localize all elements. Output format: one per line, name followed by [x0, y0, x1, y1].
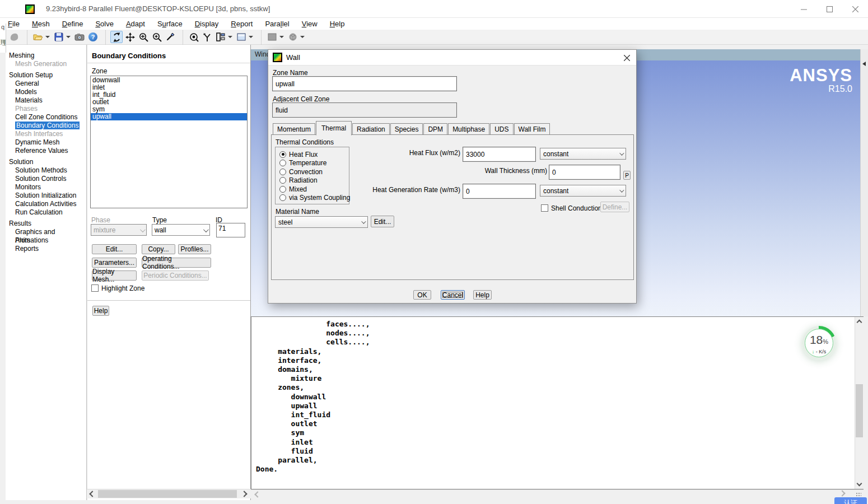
menu-file[interactable]: File — [8, 20, 20, 28]
scroll-left-icon[interactable] — [89, 491, 95, 497]
tab-species[interactable]: Species — [390, 123, 423, 135]
zone-item-upwall-selected[interactable]: upwall — [91, 113, 247, 120]
shell-conduction-checkbox[interactable] — [541, 204, 548, 212]
zoom-to-area-button[interactable] — [151, 31, 163, 43]
radio-via-system-coupling[interactable]: via System Coupling — [276, 194, 349, 203]
scroll-down-icon[interactable] — [857, 481, 862, 487]
heat-generation-input[interactable] — [463, 184, 536, 199]
tree-item-solution-methods[interactable]: Solution Methods — [6, 166, 86, 175]
menu-solve[interactable]: Solve — [95, 20, 114, 28]
menu-report[interactable]: Report — [231, 20, 253, 28]
zone-item-downwall[interactable]: downwall — [91, 77, 247, 84]
tree-item-graphics-animations[interactable]: Graphics and Animations — [6, 228, 86, 236]
console-hscrollbar[interactable] — [251, 489, 864, 499]
scroll-left-icon[interactable] — [254, 491, 260, 497]
console-vscroll-thumb[interactable] — [856, 384, 863, 437]
tree-section-solution[interactable]: Solution — [6, 158, 86, 166]
viewport-dropdown-icon[interactable] — [249, 36, 253, 38]
wall-thickness-input[interactable] — [549, 165, 620, 180]
tree-item-reference-values[interactable]: Reference Values — [6, 147, 86, 155]
copy-button[interactable]: Copy... — [142, 244, 175, 254]
menu-display[interactable]: Display — [195, 20, 219, 28]
radio-radiation[interactable]: Radiation — [276, 176, 349, 185]
highlight-zone-checkbox[interactable] — [91, 284, 99, 292]
material-combo[interactable]: steel — [275, 216, 368, 228]
menu-help[interactable]: Help — [330, 20, 345, 28]
dialog-help-button[interactable]: Help — [473, 290, 492, 300]
menu-define[interactable]: Define — [62, 20, 83, 28]
tree-item-reports[interactable]: Reports — [6, 245, 86, 253]
surface-fill-dropdown-icon[interactable] — [279, 36, 284, 38]
radio-convection[interactable]: Convection — [276, 167, 349, 176]
surface-fill-button[interactable] — [266, 31, 278, 43]
probe-button[interactable] — [164, 31, 176, 43]
tree-item-models[interactable]: Models — [6, 88, 86, 96]
edit-button[interactable]: Edit... — [92, 244, 137, 254]
tree-item-cell-zone-conditions[interactable]: Cell Zone Conditions — [6, 113, 86, 122]
download-progress-overlay[interactable]: 18% ↓ - K/s — [802, 326, 836, 360]
dialog-close-button[interactable] — [620, 52, 633, 63]
tab-uds[interactable]: UDS — [490, 123, 513, 135]
display-mesh-toolbar-button[interactable] — [188, 31, 200, 43]
zone-listbox[interactable]: downwall inlet int_fluid outlet sym upwa… — [90, 76, 248, 208]
help-button-toolbar[interactable]: ? — [87, 31, 99, 43]
layout-button[interactable] — [214, 31, 227, 43]
menu-mesh[interactable]: Mesh — [32, 20, 50, 28]
mesh-blob-button[interactable] — [8, 31, 21, 43]
tree-section-solution-setup[interactable]: Solution Setup — [6, 71, 86, 80]
tree-item-run-calculation[interactable]: Run Calculation — [6, 208, 86, 217]
scroll-up-icon[interactable] — [857, 320, 862, 325]
open-file-button[interactable] — [32, 31, 44, 43]
tree-item-monitors[interactable]: Monitors — [6, 183, 86, 192]
tree-item-calculation-activities[interactable]: Calculation Activities — [6, 200, 86, 208]
zoom-in-out-button[interactable] — [137, 31, 150, 43]
tab-momentum[interactable]: Momentum — [273, 123, 315, 135]
axes-button[interactable] — [201, 31, 213, 43]
close-button[interactable] — [842, 0, 868, 18]
wall-dialog-titlebar[interactable]: Wall — [268, 50, 636, 66]
overlay-badge[interactable]: 认证 — [834, 497, 867, 504]
pan-button[interactable] — [124, 31, 136, 43]
save-dropdown-icon[interactable] — [66, 36, 71, 38]
menu-parallel[interactable]: Parallel — [265, 20, 289, 28]
viewport-button[interactable] — [235, 31, 248, 43]
snapshot-button[interactable] — [73, 31, 86, 43]
radio-mixed[interactable]: Mixed — [276, 185, 349, 194]
tab-thermal[interactable]: Thermal — [316, 121, 352, 136]
menu-adapt[interactable]: Adapt — [126, 20, 145, 28]
panel-hscroll-thumb[interactable] — [98, 490, 237, 498]
minimize-button[interactable] — [791, 0, 816, 18]
save-button[interactable] — [53, 31, 65, 43]
panel-help-button[interactable]: Help — [92, 306, 109, 316]
display-mesh-button[interactable]: Display Mesh... — [92, 270, 137, 281]
tree-item-boundary-conditions[interactable]: Boundary Conditions — [6, 122, 86, 130]
open-file-dropdown-icon[interactable] — [45, 36, 50, 38]
menu-view[interactable]: View — [302, 20, 318, 28]
status-expand-control[interactable] — [840, 491, 844, 496]
console-vscrollbar[interactable] — [855, 317, 864, 489]
layout-dropdown-icon[interactable] — [228, 36, 232, 38]
tree-item-solution-controls[interactable]: Solution Controls — [6, 175, 86, 183]
operating-conditions-button[interactable]: Operating Conditions... — [142, 258, 211, 268]
console-window[interactable]: faces...., nodes...., cells...., materia… — [251, 316, 864, 489]
tab-multiphase[interactable]: Multiphase — [448, 123, 489, 135]
type-combo[interactable]: wall — [152, 224, 210, 236]
wall-thickness-p-button[interactable]: P — [623, 171, 631, 180]
shaded-view-button[interactable] — [287, 31, 299, 43]
tree-item-general[interactable]: General — [6, 80, 86, 88]
cancel-button[interactable]: Cancel — [441, 290, 465, 300]
zone-item-outlet[interactable]: outlet — [91, 99, 247, 106]
tree-section-results[interactable]: Results — [6, 220, 86, 228]
zone-item-int-fluid[interactable]: int_fluid — [91, 91, 247, 99]
parameters-button[interactable]: Parameters... — [92, 258, 137, 268]
ok-button[interactable]: OK — [413, 290, 431, 300]
heat-generation-mode-combo[interactable]: constant — [540, 185, 626, 197]
radio-heat-flux[interactable]: Heat Flux — [276, 150, 349, 159]
tab-wall-film[interactable]: Wall Film — [514, 123, 550, 135]
menu-surface[interactable]: Surface — [157, 20, 183, 28]
panel-hscrollbar[interactable] — [87, 489, 251, 498]
maximize-button[interactable] — [816, 0, 842, 18]
tree-section-meshing[interactable]: Meshing — [6, 52, 86, 60]
heat-flux-mode-combo[interactable]: constant — [540, 148, 626, 160]
material-edit-button[interactable]: Edit... — [371, 216, 394, 227]
